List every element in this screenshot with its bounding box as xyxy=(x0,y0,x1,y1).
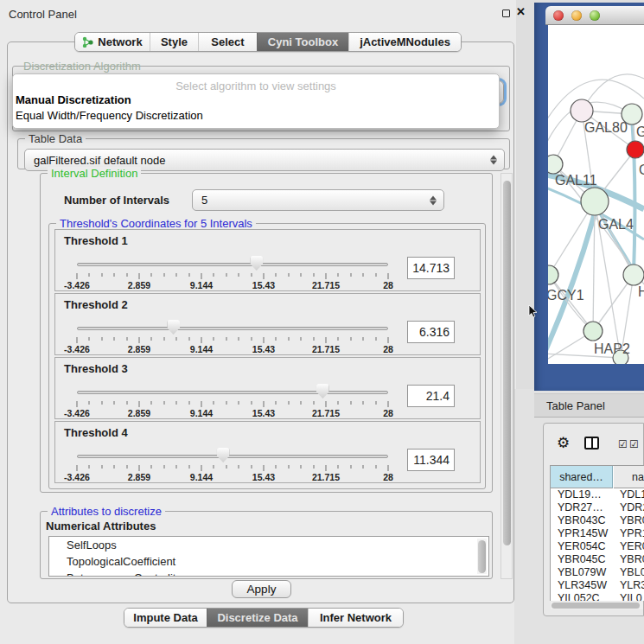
table-row[interactable]: YDR27…YDR2 xyxy=(551,501,644,514)
tick-label: 28 xyxy=(383,280,393,290)
tick-label: 2.859 xyxy=(128,280,150,290)
tab-discretize-data[interactable]: Discretize Data xyxy=(207,609,308,627)
tab-label: jActiveMNodules xyxy=(360,35,450,48)
table-row[interactable]: YIL052CYIL0 xyxy=(551,592,644,601)
combo-value: 5 xyxy=(201,194,207,207)
threshold-slider[interactable]: -3.4262.8599.14415.4321.71528 xyxy=(77,318,388,354)
threshold-value-field[interactable]: 11.344 xyxy=(407,449,455,471)
column-header-name[interactable]: na xyxy=(614,466,644,488)
svg-text:H: H xyxy=(638,284,644,299)
settings-gear-icon[interactable]: ⚙ xyxy=(557,434,570,452)
threshold-slider[interactable]: -3.4262.8599.14415.4321.71528 xyxy=(77,254,388,290)
tab-label: Select xyxy=(211,35,244,48)
number-of-intervals-combo[interactable]: 5 xyxy=(192,189,444,211)
close-traffic-light-icon[interactable] xyxy=(553,10,564,21)
tick-label: 9.144 xyxy=(190,472,213,482)
node-table[interactable]: shared… na YDL19…YDL1YDR27…YDR2YBR043CYB… xyxy=(550,465,644,601)
group-title: Table Data xyxy=(25,132,86,145)
table-row[interactable]: YBR043CYBR0 xyxy=(551,514,644,527)
minimize-traffic-light-icon[interactable] xyxy=(571,10,582,21)
group-title: Discretization Algorithm xyxy=(20,60,144,73)
attribute-list-item[interactable]: BetweennessCentrality xyxy=(49,570,488,577)
tab-label: Infer Network xyxy=(320,611,392,624)
slider-thumb[interactable] xyxy=(250,256,263,271)
number-of-intervals-label: Number of Intervals xyxy=(64,194,169,207)
tab-network[interactable]: Network xyxy=(75,33,150,51)
popup-item-manual-discretization[interactable]: Manual Discretization xyxy=(16,93,131,106)
group-title: Interval Definition xyxy=(48,167,141,180)
attribute-list-item[interactable]: SelfLoops xyxy=(49,537,488,553)
threshold-slider[interactable]: -3.4262.8599.14415.4321.71528 xyxy=(77,382,388,418)
combo-stepper-icon xyxy=(490,156,497,165)
checkbox-icon[interactable]: ☑ xyxy=(629,438,639,450)
tab-label: Style xyxy=(161,35,188,48)
float-window-icon[interactable] xyxy=(502,10,510,17)
tab-label: Network xyxy=(98,35,142,48)
svg-text:HAP2: HAP2 xyxy=(594,341,630,356)
tick-label: 15.43 xyxy=(252,408,275,418)
threshold-panel: Threshold 1 -3.4262.8599.14415.4321.7152… xyxy=(54,229,481,291)
numerical-attributes-list[interactable]: SelfLoopsTopologicalCoefficientBetweenne… xyxy=(48,536,489,577)
table-row[interactable]: YBR045CYBR0 xyxy=(551,553,644,566)
tick-label: 2.859 xyxy=(128,472,150,482)
tick-label: 15.43 xyxy=(252,472,275,482)
window-title: Control Panel xyxy=(9,8,77,21)
slider-track[interactable] xyxy=(77,455,388,458)
svg-text:GAL4: GAL4 xyxy=(598,217,634,232)
network-canvas[interactable]: GAL80GCGAL11GAL4GCY1HHAP2 xyxy=(548,25,644,364)
close-icon[interactable]: ✕ xyxy=(516,5,526,18)
table-row[interactable]: YER054CYER0 xyxy=(551,540,644,553)
threshold-label: Threshold 3 xyxy=(64,362,128,375)
slider-track[interactable] xyxy=(77,327,388,330)
threshold-value-field[interactable]: 6.316 xyxy=(407,321,455,343)
slider-track[interactable] xyxy=(77,263,388,266)
table-row[interactable]: YBL079WYBL0 xyxy=(551,566,644,579)
table-row[interactable]: YDL19…YDL1 xyxy=(551,488,644,501)
attribute-list-item[interactable]: TopologicalCoefficient xyxy=(49,553,488,570)
tick-label: -3.426 xyxy=(64,344,90,354)
tick-label: 2.859 xyxy=(128,408,150,418)
svg-text:C: C xyxy=(639,163,644,177)
tab-select[interactable]: Select xyxy=(198,33,257,51)
tick-label: 15.43 xyxy=(252,280,275,290)
table-horizontal-scrollbar[interactable] xyxy=(551,602,643,609)
split-view-icon[interactable] xyxy=(584,437,599,450)
slider-thumb[interactable] xyxy=(316,384,329,399)
tab-infer-network[interactable]: Infer Network xyxy=(308,609,403,627)
scrollbar-thumb[interactable] xyxy=(503,181,511,545)
threshold-value-field[interactable]: 21.4 xyxy=(407,385,455,407)
slider-track[interactable] xyxy=(77,391,388,394)
checkbox-icon[interactable]: ☑ xyxy=(618,438,628,450)
list-scrollbar[interactable] xyxy=(477,539,487,574)
network-window-titlebar[interactable] xyxy=(545,6,644,25)
tick-label: -3.426 xyxy=(64,408,90,418)
tab-cyni-toolbox[interactable]: Cyni Toolbox xyxy=(257,33,348,51)
scrollbar-thumb[interactable] xyxy=(552,603,640,609)
tab-style[interactable]: Style xyxy=(150,33,198,51)
tick-label: 9.144 xyxy=(190,344,213,354)
slider-thumb[interactable] xyxy=(217,448,230,462)
tick-label: 28 xyxy=(383,408,393,418)
network-view-window: GAL80GCGAL11GAL4GCY1HHAP2 xyxy=(545,6,644,364)
network-icon xyxy=(82,36,93,48)
control-panel-window: Control Panel ✕ Network Style Select Cyn… xyxy=(0,0,516,644)
tab-jactivemnodules[interactable]: jActiveMNodules xyxy=(348,33,461,51)
tick-label: 9.144 xyxy=(190,280,213,290)
tick-label: 15.43 xyxy=(252,344,275,354)
table-row[interactable]: YLR345WYLR3 xyxy=(551,579,644,592)
tick-label: -3.426 xyxy=(64,472,90,482)
zoom-traffic-light-icon[interactable] xyxy=(590,10,600,21)
threshold-panel: Threshold 2 -3.4262.8599.14415.4321.7152… xyxy=(54,293,481,355)
threshold-slider[interactable]: -3.4262.8599.14415.4321.71528 xyxy=(77,446,388,482)
vertical-scrollbar[interactable] xyxy=(501,173,513,579)
threshold-value-field[interactable]: 14.713 xyxy=(407,257,455,279)
popup-item-equal-width-frequency[interactable]: Equal Width/Frequency Discretization xyxy=(16,109,203,122)
column-header-shared-name[interactable]: shared… xyxy=(551,466,613,488)
table-row[interactable]: YPR145WYPR1 xyxy=(551,527,644,540)
tick-label: 21.715 xyxy=(312,408,340,418)
apply-button[interactable]: Apply xyxy=(232,580,291,598)
tab-impute-data[interactable]: Impute Data xyxy=(124,609,207,627)
combo-value: galFiltered.sif default node xyxy=(34,154,165,167)
slider-thumb[interactable] xyxy=(167,320,180,335)
tick-label: 21.715 xyxy=(312,344,340,354)
